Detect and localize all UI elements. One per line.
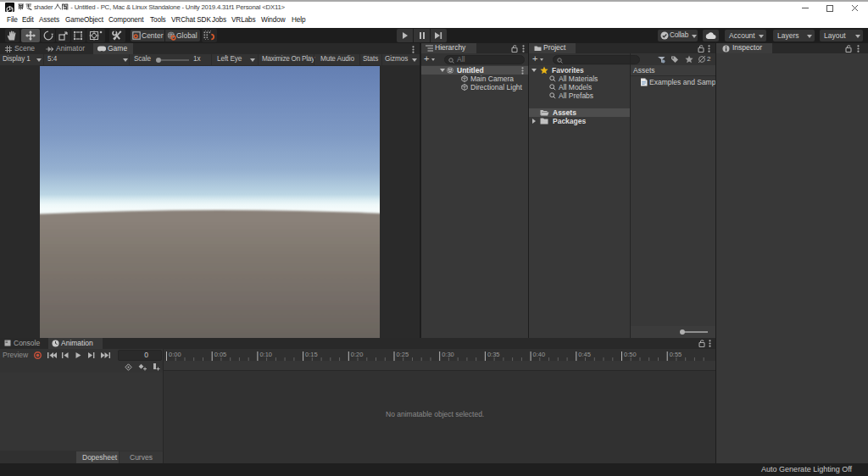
svg-text:0:25: 0:25 [397, 351, 409, 358]
svg-text:0:05: 0:05 [214, 351, 227, 358]
svg-text:0:20: 0:20 [351, 351, 364, 358]
svg-text:0:55: 0:55 [670, 351, 682, 358]
svg-text:0:00: 0:00 [169, 351, 181, 358]
svg-text:0:30: 0:30 [442, 351, 454, 358]
svg-text:0:40: 0:40 [533, 351, 546, 358]
svg-text:0:10: 0:10 [259, 351, 272, 358]
svg-text:0:15: 0:15 [305, 351, 318, 358]
svg-text:0:50: 0:50 [624, 351, 637, 358]
svg-text:0:35: 0:35 [487, 351, 500, 358]
svg-text:0:45: 0:45 [578, 351, 591, 358]
